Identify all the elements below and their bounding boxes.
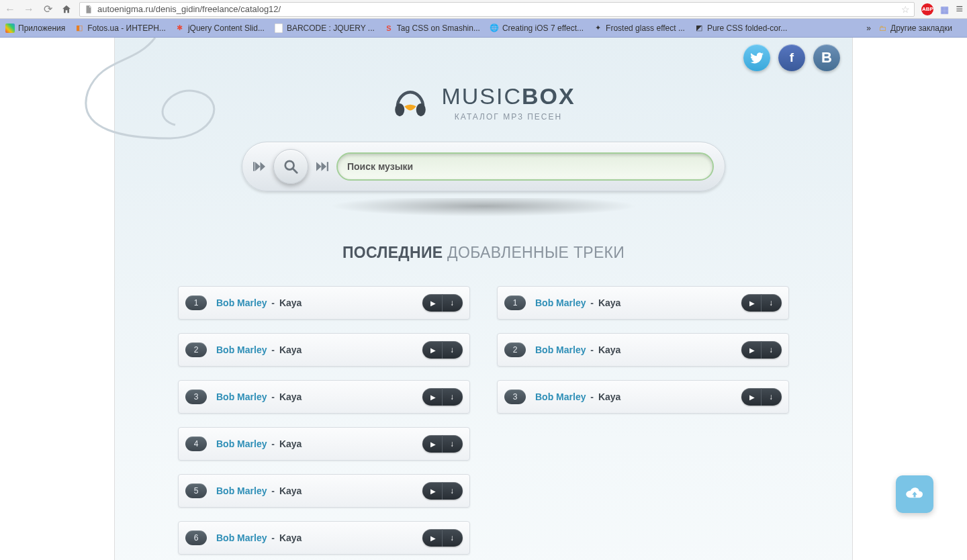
page-icon: [84, 5, 93, 14]
social-links: f B: [743, 44, 840, 71]
track-number: 2: [504, 342, 526, 357]
track-title: Bob Marley - Kaya: [216, 344, 302, 355]
track-song: Kaya: [279, 438, 302, 449]
svg-rect-0: [275, 24, 283, 33]
play-button[interactable]: ▶: [743, 341, 762, 359]
bookmark-item[interactable]: STag CSS on Smashin...: [384, 24, 480, 33]
headphones-icon: [392, 84, 429, 122]
track-row: 3Bob Marley - Kaya▶↓: [497, 380, 789, 414]
twitter-button[interactable]: [743, 44, 770, 71]
track-artist[interactable]: Bob Marley: [216, 297, 267, 308]
track-actions: ▶↓: [422, 341, 463, 359]
track-number: 1: [504, 295, 526, 310]
star-icon[interactable]: ☆: [901, 4, 910, 15]
track-number: 2: [185, 342, 207, 357]
track-title: Bob Marley - Kaya: [216, 485, 302, 496]
facebook-button[interactable]: f: [778, 44, 805, 71]
page-viewport[interactable]: f B MUSICBOX: [0, 38, 967, 560]
other-bookmarks[interactable]: 🗀 Другие закладки: [878, 24, 952, 33]
download-button[interactable]: ↓: [443, 529, 461, 547]
track-row: 1Bob Marley - Kaya▶↓: [497, 286, 789, 320]
track-title: Bob Marley - Kaya: [216, 297, 302, 308]
play-button[interactable]: ▶: [743, 294, 762, 312]
track-artist[interactable]: Bob Marley: [216, 532, 267, 543]
search-button[interactable]: [273, 149, 308, 184]
page-container: f B MUSICBOX: [114, 38, 853, 560]
player-bar: [242, 142, 725, 191]
bookmark-item[interactable]: 🌐Creating iOS 7 effect...: [490, 24, 584, 33]
download-button[interactable]: ↓: [762, 388, 780, 406]
track-song: Kaya: [279, 344, 302, 355]
play-button[interactable]: ▶: [743, 388, 762, 406]
bookmark-item[interactable]: ✦Frosted glass effect ...: [593, 24, 685, 33]
search-input[interactable]: [347, 161, 703, 172]
download-button[interactable]: ↓: [443, 294, 461, 312]
download-button[interactable]: ↓: [443, 388, 461, 406]
bookmark-item[interactable]: ◩Pure CSS folded-cor...: [694, 24, 787, 33]
play-button[interactable]: ▶: [424, 294, 443, 312]
bookmark-overflow[interactable]: »: [866, 24, 871, 33]
bookmark-item[interactable]: ✱jQuery Content Slid...: [175, 24, 265, 33]
player-shadow: [265, 198, 702, 225]
svg-point-2: [416, 103, 426, 115]
browser-toolbar: ← → ⟳ ☆ ABP ▦ ≡: [0, 0, 967, 19]
nav-forward-icon[interactable]: →: [23, 3, 35, 15]
search-field-wrap: [336, 152, 714, 181]
track-title: Bob Marley - Kaya: [535, 297, 620, 308]
track-artist[interactable]: Bob Marley: [535, 297, 586, 308]
track-artist[interactable]: Bob Marley: [216, 438, 267, 449]
hamburger-icon[interactable]: ≡: [956, 2, 963, 16]
address-bar[interactable]: ☆: [79, 2, 915, 17]
track-number: 3: [504, 389, 526, 404]
play-button[interactable]: ▶: [424, 529, 443, 547]
brand-tagline: КАТАЛОГ MP3 ПЕСЕН: [441, 112, 575, 122]
abp-icon[interactable]: ABP: [921, 3, 933, 15]
bookmark-item[interactable]: ◧Fotos.ua - ИНТЕРН...: [75, 24, 166, 33]
favicon-icon: ◧: [75, 24, 84, 33]
download-button[interactable]: ↓: [443, 341, 461, 359]
track-row: 5Bob Marley - Kaya▶↓: [178, 474, 470, 508]
track-number: 4: [185, 436, 207, 451]
home-icon[interactable]: [60, 3, 73, 15]
track-row: 4Bob Marley - Kaya▶↓: [178, 427, 470, 461]
bookmark-item[interactable]: BARCODE : JQUERY ...: [274, 24, 375, 33]
play-button[interactable]: ▶: [424, 341, 443, 359]
folder-icon: 🗀: [878, 24, 887, 33]
download-button[interactable]: ↓: [762, 341, 780, 359]
track-number: 3: [185, 389, 207, 404]
tracks-grid: 1Bob Marley - Kaya▶↓2Bob Marley - Kaya▶↓…: [115, 286, 852, 555]
download-button[interactable]: ↓: [443, 435, 461, 453]
track-artist[interactable]: Bob Marley: [535, 344, 586, 355]
play-button[interactable]: ▶: [424, 388, 443, 406]
apps-button[interactable]: Приложения: [5, 24, 65, 33]
download-button[interactable]: ↓: [762, 294, 780, 312]
track-title: Bob Marley - Kaya: [216, 438, 302, 449]
track-number: 5: [185, 483, 207, 498]
next-track-button[interactable]: [312, 156, 332, 177]
bookmarks-bar: Приложения ◧Fotos.ua - ИНТЕРН... ✱jQuery…: [0, 19, 967, 38]
track-number: 6: [185, 530, 207, 545]
track-artist[interactable]: Bob Marley: [216, 344, 267, 355]
vk-button[interactable]: B: [813, 44, 840, 71]
download-button[interactable]: ↓: [443, 482, 461, 500]
brand: MUSICBOX КАТАЛОГ MP3 ПЕСЕН: [392, 83, 575, 122]
reload-icon[interactable]: ⟳: [42, 3, 54, 15]
url-input[interactable]: [97, 4, 901, 14]
play-button[interactable]: ▶: [424, 482, 443, 500]
play-button[interactable]: ▶: [424, 435, 443, 453]
track-song: Kaya: [279, 391, 302, 402]
prev-track-button[interactable]: [249, 156, 269, 177]
track-title: Bob Marley - Kaya: [535, 344, 620, 355]
track-artist[interactable]: Bob Marley: [216, 391, 267, 402]
nav-back-icon[interactable]: ←: [4, 3, 16, 15]
track-artist[interactable]: Bob Marley: [216, 485, 267, 496]
scroll-top-button[interactable]: [896, 475, 933, 513]
track-artist[interactable]: Bob Marley: [535, 391, 586, 402]
track-actions: ▶↓: [741, 388, 782, 406]
calendar-icon[interactable]: ▦: [940, 4, 949, 15]
track-number: 1: [185, 295, 207, 310]
track-title: Bob Marley - Kaya: [216, 532, 302, 543]
track-song: Kaya: [598, 391, 620, 402]
track-row: 2Bob Marley - Kaya▶↓: [497, 333, 789, 367]
favicon-icon: ✱: [175, 24, 185, 33]
